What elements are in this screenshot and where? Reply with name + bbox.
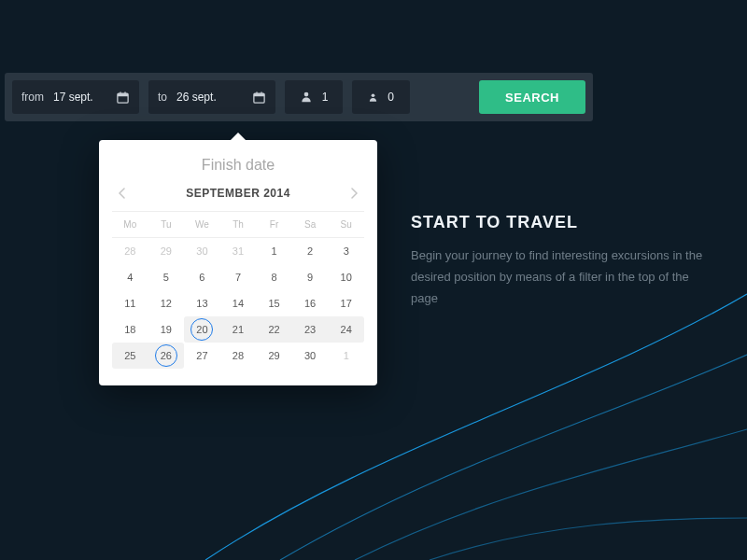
- calendar-day[interactable]: 24: [328, 316, 364, 343]
- dow-cell: Tu: [148, 212, 185, 237]
- search-button[interactable]: SEARCH: [479, 80, 585, 114]
- calendar-week: 11121314151617: [112, 290, 364, 316]
- calendar-day[interactable]: 21: [220, 316, 257, 343]
- calendar-day[interactable]: 28: [220, 343, 257, 369]
- popover-title: Finish date: [99, 140, 377, 185]
- date-to-chip[interactable]: to 26 sept.: [148, 80, 275, 114]
- calendar-day[interactable]: 4: [112, 264, 148, 290]
- date-to-prefix: to: [158, 91, 167, 104]
- calendar-day[interactable]: 26: [148, 343, 185, 369]
- date-from-prefix: from: [21, 91, 44, 104]
- svg-point-8: [303, 92, 308, 97]
- calendar-day[interactable]: 19: [148, 316, 185, 343]
- calendar-day[interactable]: 12: [148, 290, 185, 316]
- date-to-value: 26 sept.: [176, 91, 217, 104]
- calendar-day[interactable]: 2: [292, 238, 329, 264]
- calendar-day[interactable]: 10: [328, 264, 364, 290]
- calendar-day[interactable]: 13: [184, 290, 220, 316]
- month-label: SEPTEMBER 2014: [186, 187, 290, 200]
- search-bar: from 17 sept. to 26 sept. 1 0 SEARCH: [5, 73, 593, 121]
- svg-rect-5: [254, 93, 264, 96]
- calendar-week: 18192021222324: [112, 316, 364, 343]
- calendar-week: 28293031123: [112, 238, 364, 264]
- svg-rect-1: [118, 93, 128, 96]
- svg-rect-3: [124, 91, 125, 94]
- calendar-day[interactable]: 15: [256, 290, 292, 316]
- promo-heading: START TO TRAVEL: [411, 213, 710, 232]
- calendar-day[interactable]: 18: [112, 316, 148, 343]
- calendar-day[interactable]: 5: [148, 264, 185, 290]
- dow-header: MoTuWeThFrSaSu: [112, 211, 364, 238]
- calendar-day[interactable]: 9: [292, 264, 329, 290]
- dow-cell: Mo: [112, 212, 148, 237]
- dow-cell: Su: [328, 212, 364, 237]
- adult-icon: [300, 91, 313, 104]
- calendar-day[interactable]: 25: [112, 343, 148, 369]
- calendar-day[interactable]: 31: [220, 238, 257, 264]
- calendar-icon: [252, 91, 266, 105]
- child-icon: [368, 92, 378, 103]
- calendar-day[interactable]: 8: [256, 264, 292, 290]
- children-value: 0: [388, 91, 394, 104]
- calendar-day[interactable]: 3: [328, 238, 364, 264]
- svg-rect-7: [261, 91, 261, 94]
- calendar-day[interactable]: 11: [112, 290, 148, 316]
- dow-cell: We: [184, 212, 220, 237]
- calendar-week: 2526272829301: [112, 343, 364, 369]
- calendar-day[interactable]: 28: [112, 238, 148, 264]
- calendar-day[interactable]: 30: [184, 238, 220, 264]
- calendar-day[interactable]: 29: [148, 238, 185, 264]
- calendar-day[interactable]: 29: [256, 343, 292, 369]
- promo-body: Begin your journey to find interesting e…: [411, 245, 710, 309]
- calendar-day[interactable]: 1: [328, 343, 364, 369]
- date-from-chip[interactable]: from 17 sept.: [12, 80, 139, 114]
- calendar-weeks: 2829303112345678910111213141516171819202…: [112, 238, 364, 369]
- dow-cell: Th: [220, 212, 257, 237]
- dow-cell: Fr: [256, 212, 292, 237]
- calendar-icon: [116, 91, 130, 105]
- svg-point-9: [372, 93, 375, 97]
- svg-rect-6: [256, 91, 257, 94]
- calendar-day[interactable]: 22: [256, 316, 292, 343]
- date-from-value: 17 sept.: [53, 91, 93, 104]
- calendar-day[interactable]: 23: [292, 316, 329, 343]
- children-chip[interactable]: 0: [352, 80, 410, 114]
- calendar-day[interactable]: 30: [292, 343, 329, 369]
- next-month-button[interactable]: [345, 185, 362, 202]
- calendar-week: 45678910: [112, 264, 364, 290]
- calendar-day[interactable]: 14: [220, 290, 257, 316]
- calendar-day[interactable]: 7: [220, 264, 257, 290]
- calendar-day[interactable]: 20: [184, 316, 220, 343]
- svg-rect-2: [120, 91, 120, 94]
- calendar-day[interactable]: 6: [184, 264, 220, 290]
- date-popover: Finish date SEPTEMBER 2014 MoTuWeThFrSaS…: [99, 140, 377, 385]
- calendar-day[interactable]: 17: [328, 290, 364, 316]
- calendar-grid: MoTuWeThFrSaSu 2829303112345678910111213…: [99, 211, 377, 385]
- adults-chip[interactable]: 1: [285, 80, 343, 114]
- prev-month-button[interactable]: [114, 185, 131, 202]
- promo-block: START TO TRAVEL Begin your journey to fi…: [411, 213, 710, 309]
- calendar-day[interactable]: 16: [292, 290, 329, 316]
- calendar-day[interactable]: 1: [256, 238, 292, 264]
- month-nav: SEPTEMBER 2014: [99, 185, 377, 211]
- adults-value: 1: [322, 91, 329, 104]
- calendar-day[interactable]: 27: [184, 343, 220, 369]
- dow-cell: Sa: [292, 212, 329, 237]
